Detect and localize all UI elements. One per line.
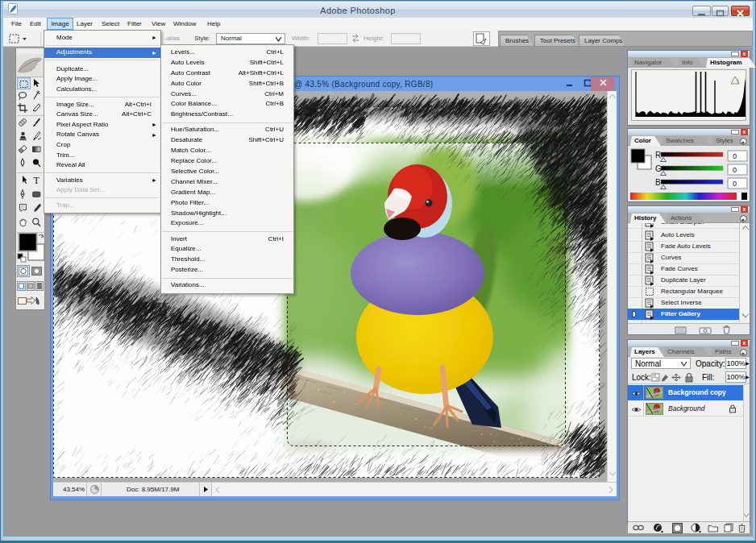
svg-text:T: T [34,175,40,186]
svg-text:0: 0 [733,180,737,188]
svg-text:R: R [655,151,661,160]
svg-text:B: B [655,178,661,187]
svg-text:0: 0 [733,152,737,160]
svg-text:0: 0 [733,166,737,174]
svg-text:!: ! [737,78,739,84]
